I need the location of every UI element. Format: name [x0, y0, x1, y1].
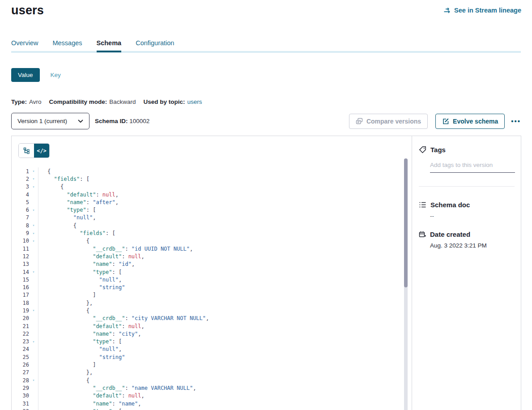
- code-scrollbar-track[interactable]: [404, 158, 408, 410]
- tags-input[interactable]: [430, 160, 515, 173]
- evolve-schema-label: Evolve schema: [453, 118, 498, 125]
- line-number: 28: [18, 377, 29, 384]
- fold-toggle-icon[interactable]: ▾: [29, 185, 38, 189]
- tab-configuration[interactable]: Configuration: [136, 39, 174, 52]
- type-value: Avro: [29, 98, 42, 105]
- line-number: 21: [18, 323, 29, 329]
- list-icon: [419, 201, 426, 208]
- code-line: 19▾ {: [18, 307, 412, 314]
- compatibility-value: Backward: [109, 98, 136, 105]
- code-line: 12 "default": null,: [18, 252, 412, 260]
- code-line: 14▾ "type": [: [18, 268, 412, 276]
- version-bar: Version 1 (current) Schema ID: 100002 Co…: [11, 113, 521, 129]
- line-number: 22: [18, 331, 29, 337]
- tree-view-icon: [23, 147, 30, 154]
- line-number: 6: [18, 207, 29, 213]
- schema-card: </> 1▾{2▾ "fields": [3▾ {4 "default": nu…: [11, 136, 521, 410]
- version-select-value: Version 1 (current): [17, 118, 67, 124]
- evolve-schema-button[interactable]: Evolve schema: [435, 114, 505, 129]
- chevron-down-icon: [78, 120, 83, 123]
- line-number: 2: [18, 176, 29, 182]
- line-number: 1: [18, 168, 29, 175]
- line-number: 15: [18, 277, 29, 283]
- line-number: 14: [18, 269, 29, 275]
- line-number: 18: [18, 300, 29, 306]
- code-line: 18 },: [18, 299, 412, 307]
- line-number: 26: [18, 362, 29, 368]
- code-line: 8▾ {: [18, 222, 412, 229]
- line-number: 29: [18, 385, 29, 391]
- code-line: 3▾ {: [18, 183, 412, 191]
- used-by-topic-link[interactable]: users: [187, 98, 202, 105]
- fold-toggle-icon[interactable]: ▾: [29, 378, 38, 382]
- schema-code-panel: </> 1▾{2▾ "fields": [3▾ {4 "default": nu…: [12, 136, 412, 410]
- fold-toggle-icon[interactable]: ▾: [29, 177, 38, 181]
- line-number: 7: [18, 214, 29, 221]
- code-line: 7 "null",: [18, 214, 412, 222]
- code-line: 1▾{: [18, 167, 412, 175]
- line-number: 25: [18, 354, 29, 360]
- code-line: 17 ]: [18, 291, 412, 299]
- line-number: 20: [18, 315, 29, 321]
- key-toggle-button[interactable]: Key: [51, 72, 61, 78]
- tree-view-button[interactable]: [19, 144, 34, 158]
- code-line: 29 "__crdb__": "name VARCHAR NULL",: [18, 384, 412, 392]
- schema-sidebar: Tags Schema doc --: [412, 136, 521, 410]
- more-options-button[interactable]: •••: [511, 119, 521, 124]
- code-view-button[interactable]: </>: [34, 144, 49, 158]
- fold-toggle-icon[interactable]: ▾: [29, 231, 38, 235]
- code-line: 20 "__crdb__": "city VARCHAR NOT NULL",: [18, 315, 412, 322]
- fold-toggle-icon[interactable]: ▾: [29, 308, 38, 312]
- code-scrollbar-thumb[interactable]: [404, 158, 408, 287]
- code-line: 9▾ "fields": [: [18, 229, 412, 237]
- schema-id-label: Schema ID:: [95, 118, 128, 124]
- line-number: 5: [18, 199, 29, 205]
- tags-title: Tags: [430, 146, 446, 154]
- value-toggle-button[interactable]: Value: [11, 68, 40, 82]
- line-number: 4: [18, 192, 29, 198]
- tags-input-wrap: [430, 160, 515, 173]
- tab-messages[interactable]: Messages: [52, 39, 82, 52]
- compare-versions-button[interactable]: Compare versions: [349, 114, 428, 129]
- tags-section-header: Tags: [419, 146, 515, 154]
- line-number: 8: [18, 222, 29, 229]
- code-line: 4 "default": null,: [18, 191, 412, 198]
- code-line: 28▾ {: [18, 376, 412, 384]
- code-view-icon: </>: [37, 148, 47, 154]
- view-mode-toggle: </>: [18, 143, 50, 158]
- code-line: 26 ]: [18, 361, 412, 368]
- line-number: 17: [18, 292, 29, 298]
- line-number: 13: [18, 261, 29, 267]
- compare-versions-label: Compare versions: [366, 118, 421, 125]
- code-line: 10▾ {: [18, 237, 412, 245]
- stream-lineage-link[interactable]: See in Stream lineage: [443, 7, 521, 14]
- line-number: 30: [18, 393, 29, 399]
- fold-toggle-icon[interactable]: ▾: [29, 223, 38, 227]
- code-line: 11 "__crdb__": "id UUID NOT NULL",: [18, 245, 412, 252]
- line-number: 32: [18, 408, 29, 410]
- line-number: 19: [18, 308, 29, 314]
- used-by-topic-label: Used by topic:: [144, 98, 185, 105]
- code-line: 2▾ "fields": [: [18, 175, 412, 183]
- fold-toggle-icon[interactable]: ▾: [29, 169, 38, 173]
- line-number: 23: [18, 338, 29, 345]
- line-number: 31: [18, 401, 29, 407]
- tag-icon: [419, 146, 426, 154]
- fold-toggle-icon[interactable]: ▾: [29, 270, 38, 274]
- fold-toggle-icon[interactable]: ▾: [29, 208, 38, 212]
- tab-overview[interactable]: Overview: [11, 39, 38, 52]
- date-created-value: Aug. 3 2022 3:21 PM: [430, 242, 515, 249]
- schema-doc-header: Schema doc: [419, 201, 515, 209]
- line-number: 24: [18, 346, 29, 352]
- fold-toggle-icon[interactable]: ▾: [29, 239, 38, 243]
- fold-toggle-icon[interactable]: ▾: [29, 340, 38, 344]
- schema-doc-title: Schema doc: [430, 201, 470, 209]
- version-select[interactable]: Version 1 (current): [11, 113, 89, 129]
- line-number: 16: [18, 284, 29, 290]
- tab-schema[interactable]: Schema: [97, 39, 122, 52]
- code-line: 30 "default": null,: [18, 392, 412, 400]
- line-number: 3: [18, 184, 29, 190]
- code-line: 16 "string": [18, 283, 412, 291]
- code-line: 23▾ "type": [: [18, 338, 412, 346]
- line-number: 9: [18, 230, 29, 236]
